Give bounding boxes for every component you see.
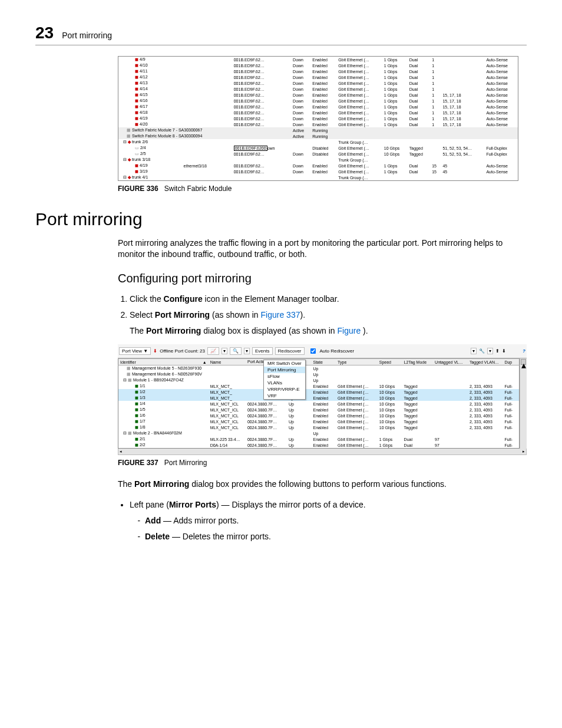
section-title: Port mirroring [35, 209, 527, 229]
figure-link[interactable]: Figure [338, 326, 363, 335]
menu-port-mirroring[interactable]: Port Mirroring [264, 367, 305, 373]
steps-list: Click the Configure icon in the Element … [118, 294, 527, 337]
menu-sflow[interactable]: sFlow [264, 373, 305, 380]
up-icon[interactable]: ⬆ [495, 348, 500, 354]
bullet-left-pane: Left pane (Mirror Ports) — Displays the … [130, 499, 527, 542]
configure-icon[interactable]: 🔧 [479, 348, 485, 354]
sub-delete: Delete — Deletes the mirror ports. [145, 531, 527, 542]
rediscover-button[interactable]: Rediscover [275, 347, 305, 355]
vertical-scrollbar[interactable]: ▴ [520, 358, 527, 449]
subsection-title: Configuring port mirroring [118, 272, 527, 285]
switch-fabric-table: ◼ 4/9001B.ED9F.62…DownEnabledGbit Ethern… [118, 56, 518, 181]
menu-vrf[interactable]: VRF [264, 393, 305, 399]
chart-icon[interactable]: 📈 [207, 347, 219, 355]
horizontal-scrollbar[interactable]: ◂▸ [118, 449, 527, 455]
page-header: 23 Port mirroring [35, 24, 527, 45]
figure-337-toolbar: Port View ▼ ⬇ Offline Port Count: 23 📈▾ … [118, 344, 527, 358]
sub-add: Add — Adds mirror ports. [145, 515, 527, 526]
header-title: Port mirroring [62, 31, 112, 40]
menu-mr-switch-over[interactable]: MR Switch Over [264, 360, 305, 367]
figure-337-caption: FIGURE 337 Port Mirroring [118, 459, 527, 467]
figure-336: ◼ 4/9001B.ED9F.62…DownEnabledGbit Ethern… [118, 56, 527, 181]
chapter-number: 23 [35, 24, 54, 42]
menu-vrrp[interactable]: VRRP/VRRP-E [264, 386, 305, 393]
section-intro: Port mirroring analyzes the traffic flow… [118, 238, 527, 260]
port-view-dropdown[interactable]: Port View ▼ [119, 347, 151, 355]
description-list: Left pane (Mirror Ports) — Displays the … [118, 499, 527, 542]
figure-337: Port View ▼ ⬇ Offline Port Count: 23 📈▾ … [118, 344, 527, 455]
toolbar-dropdown-1[interactable]: ▾ [471, 348, 477, 354]
port-mirroring-table: Identifier ▲ Name Port Actions ▸ Status … [118, 358, 520, 449]
menu-vlans[interactable]: VLANs [264, 380, 305, 386]
help-icon[interactable]: ? [523, 348, 525, 354]
step-1: Click the Configure icon in the Element … [130, 294, 527, 305]
search-dropdown[interactable]: ▾ [244, 348, 250, 354]
chart-dropdown[interactable]: ▾ [222, 348, 227, 354]
column-header-row: Identifier ▲ Name Port Actions ▸ Status … [118, 359, 520, 365]
port-actions-menu[interactable]: MR Switch Over Port Mirroring sFlow VLAN… [263, 360, 306, 400]
description-paragraph: The Port Mirroring dialog box provides t… [118, 479, 527, 490]
step-2: Select Port Mirroring (as shown in Figur… [130, 309, 527, 337]
search-icon[interactable]: 🔍 [230, 347, 242, 355]
figure-337-link[interactable]: Figure 337 [261, 310, 300, 319]
auto-rediscover-checkbox[interactable]: Auto Rediscover [307, 345, 355, 357]
offline-port-count: Offline Port Count: 23 [160, 348, 205, 354]
toolbar-dropdown-2[interactable]: ▾ [487, 348, 493, 354]
events-button[interactable]: Events [252, 347, 272, 355]
down-icon[interactable]: ⬇ [502, 348, 506, 354]
figure-336-caption: FIGURE 336 Switch Fabric Module [118, 185, 527, 193]
